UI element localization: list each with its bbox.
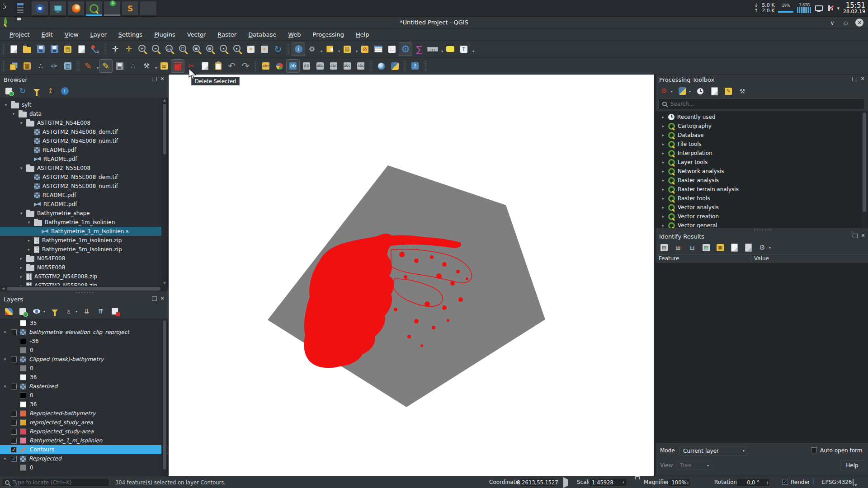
current-edits-button[interactable]: ✎▾ [81, 59, 95, 73]
change-label-properties-button[interactable]: abc [354, 59, 368, 73]
refresh-map-button[interactable]: ↻ [271, 42, 285, 56]
tree-arrow-icon[interactable]: ▾ [3, 357, 7, 361]
enable-properties-widget-button[interactable]: i [60, 86, 70, 96]
tree-arrow-icon[interactable]: ▸ [19, 274, 24, 279]
tree-arrow-icon[interactable]: ▸ [661, 133, 665, 137]
volume-muted-icon[interactable] [826, 5, 833, 11]
browser-item-astgtm2-n55e008-dem-tif[interactable]: ASTGTM2_N55E008_dem.tif [0, 173, 168, 182]
browser-vscrollbar[interactable]: ▲ ▼ [161, 98, 168, 286]
vertex-tool-button[interactable]: ⚒▾ [140, 59, 153, 73]
processing-category-recently-used[interactable]: ▸Recently used [656, 113, 868, 122]
open-attribute-table-button[interactable] [372, 42, 385, 56]
run-feature-action-button[interactable]: ⚙▾ [305, 42, 319, 56]
tree-arrow-icon[interactable]: ▾ [19, 121, 24, 125]
tree-arrow-icon[interactable]: ▸ [661, 115, 665, 119]
field-calculator-button[interactable]: ∷ [385, 42, 399, 56]
toggle-editing-button[interactable]: ✎ [99, 59, 113, 73]
python-console-button[interactable] [388, 59, 401, 73]
browser-item-bathymetrie-shape[interactable]: ▾Bathymetrie_shape [0, 209, 168, 218]
browser-item-readme-pdf[interactable]: README.pdf [0, 200, 168, 209]
chevron-down-icon[interactable]: ▾ [75, 310, 77, 314]
browser-float-icon[interactable] [152, 77, 157, 81]
layer-visibility-checkbox[interactable] [11, 447, 17, 453]
help-button[interactable]: Help [840, 460, 864, 470]
app-launcher-icon[interactable]: ⁚› [3, 3, 16, 14]
menu-web[interactable]: Web [283, 30, 306, 39]
locate-input[interactable] [13, 479, 106, 486]
window-maximize-icon[interactable]: ◇ [842, 19, 850, 27]
legend-swatch-row[interactable]: 36 [0, 373, 168, 382]
auto-open-form-checkbox[interactable] [811, 447, 817, 453]
processing-category-interpolation[interactable]: ▸Interpolation [656, 149, 868, 158]
menu-raster[interactable]: Raster [212, 30, 241, 39]
layer-row-reprojected[interactable]: ▾Reprojected [0, 454, 168, 463]
browser-item-bathymetrie-1m-isolinien[interactable]: ▾Bathymetrie_1m_isolinien [0, 218, 168, 227]
chevron-down-icon[interactable]: ▾ [671, 89, 673, 94]
new-gpx-layer-button[interactable]: ✑ [47, 59, 61, 73]
tree-arrow-icon[interactable]: ▾ [19, 166, 24, 170]
zoom-to-layer-button[interactable]: ▣ [190, 42, 203, 56]
layout-manager-button[interactable] [75, 42, 88, 56]
expand-new-results-button[interactable]: ▤ [701, 243, 711, 253]
browser-item-bathymetrie-5m-isolinien-zip[interactable]: ▸Bathymetrie_5m_Isolinien.zip [0, 245, 168, 254]
processing-category-raster-terrain-analysis[interactable]: ▸Raster terrain analysis [656, 185, 868, 194]
chevron-down-icon[interactable]: ▾ [43, 310, 45, 314]
identify-close-icon[interactable]: ✕ [860, 234, 866, 238]
new-print-layout-button[interactable]: ▤ [61, 42, 75, 56]
processing-vscrollbar[interactable] [861, 111, 868, 228]
panel-splitter[interactable] [656, 228, 868, 231]
toolbar-handle[interactable] [2, 60, 5, 72]
select-features-button[interactable]: ▾ [323, 42, 336, 56]
browser-item-readme-pdf[interactable]: README.pdf [0, 191, 168, 200]
identify-form-view-button[interactable]: ▤ [659, 243, 669, 253]
layer-visibility-checkbox[interactable] [11, 429, 17, 435]
processing-category-vector-general[interactable]: ▸Vector general [656, 221, 868, 228]
processing-results-viewer-button[interactable] [709, 86, 719, 96]
tree-arrow-icon[interactable]: ▸ [19, 256, 24, 261]
menu-settings[interactable]: Settings [113, 30, 147, 39]
identify-features-button[interactable]: i [292, 42, 305, 56]
expand-all-layers-button[interactable]: ⇊ [82, 306, 92, 316]
collapse-results-tree-button[interactable]: ⊟ [687, 243, 697, 253]
open-data-source-manager-button[interactable] [7, 59, 20, 73]
tree-arrow-icon[interactable]: ▸ [661, 178, 665, 183]
tree-arrow-icon[interactable]: ▸ [661, 223, 665, 228]
select-features-by-value-button[interactable]: ▤▾ [340, 42, 354, 56]
layer-row-rasterized[interactable]: ▾Rasterized [0, 382, 168, 391]
tree-arrow-icon[interactable]: ▾ [4, 103, 8, 107]
layers-close-icon[interactable]: ✕ [160, 296, 165, 301]
browser-item-astgtm2-n54e008-num-tif[interactable]: ASTGTM2_N54E008_num.tif [0, 136, 168, 145]
tree-arrow-icon[interactable]: ▸ [19, 265, 24, 270]
browser-item-bathymetrie-1-m-isolinien-s[interactable]: Bathymetrie_1_m_Isolinien.s [0, 227, 168, 236]
filter-browser-button[interactable] [32, 86, 42, 96]
window-list-icon[interactable] [17, 3, 26, 13]
tree-arrow-icon[interactable]: ▾ [3, 330, 7, 334]
browser-item-sylt[interactable]: ▾sylt [0, 100, 168, 109]
browser-item-astgtm2-n55e008-num-tif[interactable]: ASTGTM2_N55E008_num.tif [0, 182, 168, 191]
chevron-down-icon[interactable]: ▾ [97, 66, 99, 70]
browser-item-data[interactable]: ▾data [0, 109, 168, 118]
app-system-monitor[interactable] [50, 1, 66, 15]
chevron-down-icon[interactable]: ▾ [338, 49, 340, 53]
identify-mode-combo[interactable]: Current layer▾ [679, 446, 748, 455]
zoom-in-button[interactable]: + [136, 42, 149, 56]
highlight-features-button[interactable]: ▣ [715, 243, 725, 253]
rotate-label-button[interactable]: abc [340, 59, 354, 73]
menu-vector[interactable]: Vector [182, 30, 211, 39]
layer-visibility-checkbox[interactable] [11, 411, 17, 417]
refresh-browser-button[interactable]: ↻ [18, 86, 28, 96]
help-contents-button[interactable]: ? [408, 59, 422, 73]
tray-expand-icon[interactable]: ▾ [837, 5, 840, 11]
browser-item-bathymetrie-1m-isolinien-zip[interactable]: ▸Bathymetrie_1m_isolinien.zip [0, 236, 168, 245]
clock[interactable]: 15:51 28.02.19 [843, 2, 865, 14]
filter-legend-by-expression-button[interactable]: ε▾ [64, 306, 74, 316]
tree-arrow-icon[interactable]: ▸ [661, 142, 665, 146]
remove-layer-button[interactable] [110, 306, 120, 316]
toolbar-handle[interactable] [76, 60, 80, 72]
toolbar-handle[interactable] [369, 60, 373, 72]
tree-arrow-icon[interactable]: ▾ [19, 211, 24, 216]
window-close-icon[interactable]: ✕ [855, 19, 863, 27]
tree-arrow-icon[interactable]: ▸ [27, 238, 31, 243]
map-canvas[interactable] [169, 75, 654, 476]
zoom-out-button[interactable]: − [149, 42, 163, 56]
